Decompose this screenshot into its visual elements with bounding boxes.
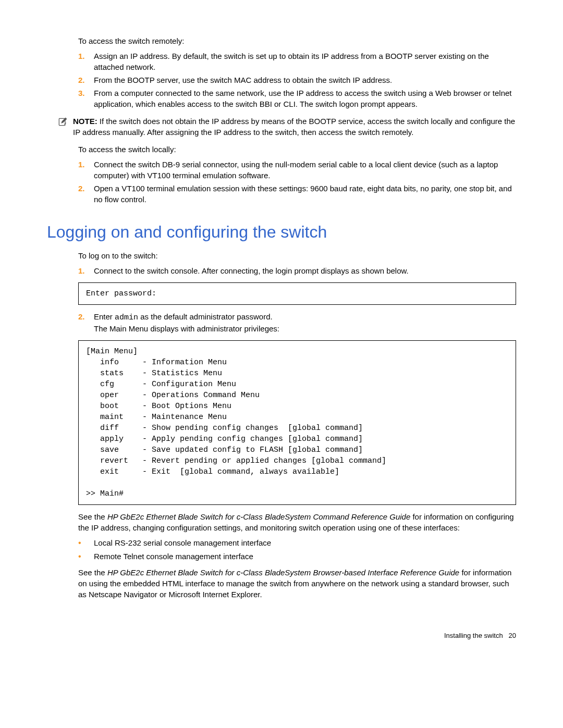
step-text: From the BOOTP server, use the switch MA… [94, 75, 516, 85]
list-item-text: Remote Telnet console management interfa… [94, 551, 253, 562]
step-text: Open a VT100 terminal emulation session … [94, 183, 516, 205]
text-prefix: Enter [94, 312, 115, 321]
logon-steps-part2: 2. Enter admin as the default administra… [78, 311, 516, 334]
list-item-text: Local RS-232 serial console management i… [94, 537, 271, 549]
reference-title-italic: HP GbE2c Ethernet Blade Switch for c-Cla… [107, 568, 459, 577]
list-item: • Remote Telnet console management inter… [78, 551, 516, 562]
step-number: 1. [78, 159, 94, 181]
list-item: 1. Connect the switch DB-9 serial connec… [78, 159, 516, 181]
step-number: 2. [78, 183, 94, 205]
step-text: Assign an IP address. By default, the sw… [94, 51, 516, 72]
list-item: 2. Enter admin as the default administra… [78, 311, 516, 334]
logon-steps-part1: 1. Connect to the switch console. After … [78, 265, 516, 276]
code-box-main-menu: [Main Menu] info - Information Menu stat… [78, 340, 516, 505]
text-prefix: See the [78, 568, 107, 577]
step-text: Enter admin as the default administrator… [94, 311, 516, 334]
intro-local-access: To access the switch locally: [78, 144, 516, 155]
reference-title-italic: HP GbE2c Ethernet Blade Switch for c-Cla… [107, 512, 410, 521]
step-text: Connect the switch DB-9 serial connector… [94, 159, 516, 181]
text-prefix: See the [78, 512, 107, 521]
list-item: 2. Open a VT100 terminal emulation sessi… [78, 183, 516, 205]
step-text-line2: The Main Menu displays with administrato… [94, 324, 279, 333]
step-number: 3. [78, 88, 94, 109]
step-number: 1. [78, 265, 94, 276]
footer-page-number: 20 [509, 632, 516, 639]
section-heading: Logging on and configuring the switch [47, 220, 516, 244]
intro-logon: To log on to the switch: [78, 250, 516, 261]
bullet-icon: • [78, 537, 94, 549]
code-box-password: Enter password: [78, 282, 516, 305]
note-block: NOTE: If the switch does not obtain the … [57, 116, 516, 138]
remote-access-steps: 1. Assign an IP address. By default, the… [78, 51, 516, 109]
reference-paragraph-2: See the HP GbE2c Ethernet Blade Switch f… [78, 567, 516, 600]
reference-paragraph-1: See the HP GbE2c Ethernet Blade Switch f… [78, 511, 516, 533]
step-number: 1. [78, 51, 94, 72]
step-text: From a computer connected to the same ne… [94, 88, 516, 109]
inline-code-admin: admin [115, 313, 138, 322]
note-icon [57, 116, 73, 138]
note-text: If the switch does not obtain the IP add… [73, 117, 515, 137]
intro-remote-access: To access the switch remotely: [78, 35, 516, 46]
local-access-steps: 1. Connect the switch DB-9 serial connec… [78, 159, 516, 205]
footer-label: Installing the switch [444, 632, 503, 639]
step-text: Connect to the switch console. After con… [94, 265, 516, 276]
note-body: NOTE: If the switch does not obtain the … [73, 116, 516, 138]
list-item: 1. Connect to the switch console. After … [78, 265, 516, 276]
page-footer: Installing the switch 20 [47, 631, 516, 640]
list-item: • Local RS-232 serial console management… [78, 537, 516, 549]
bullet-icon: • [78, 551, 94, 562]
step-number: 2. [78, 311, 94, 334]
list-item: 2. From the BOOTP server, use the switch… [78, 75, 516, 85]
interfaces-list: • Local RS-232 serial console management… [78, 537, 516, 563]
text-suffix: as the default administrator password. [138, 312, 273, 321]
note-label: NOTE: [73, 117, 97, 126]
step-number: 2. [78, 75, 94, 85]
list-item: 1. Assign an IP address. By default, the… [78, 51, 516, 72]
list-item: 3. From a computer connected to the same… [78, 88, 516, 109]
